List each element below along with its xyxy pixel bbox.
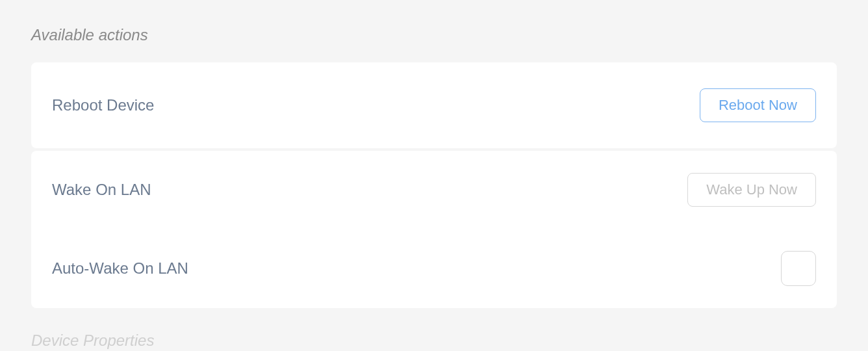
next-section-title: Device Properties <box>31 332 837 350</box>
auto-wake-on-lan-row: Auto-Wake On LAN <box>31 229 837 308</box>
section-title: Available actions <box>31 26 837 44</box>
wake-up-now-button[interactable]: Wake Up Now <box>687 173 816 207</box>
wake-on-lan-row: Wake On LAN Wake Up Now <box>31 151 837 229</box>
reboot-card: Reboot Device Reboot Now <box>31 62 837 148</box>
auto-wake-on-lan-label: Auto-Wake On LAN <box>52 259 188 278</box>
reboot-row: Reboot Device Reboot Now <box>31 62 837 148</box>
wake-on-lan-label: Wake On LAN <box>52 181 151 199</box>
available-actions-section: Available actions Reboot Device Reboot N… <box>0 0 868 350</box>
reboot-now-button[interactable]: Reboot Now <box>700 88 816 122</box>
wol-card: Wake On LAN Wake Up Now Auto-Wake On LAN <box>31 151 837 308</box>
auto-wake-checkbox[interactable] <box>781 251 816 286</box>
reboot-label: Reboot Device <box>52 96 154 114</box>
